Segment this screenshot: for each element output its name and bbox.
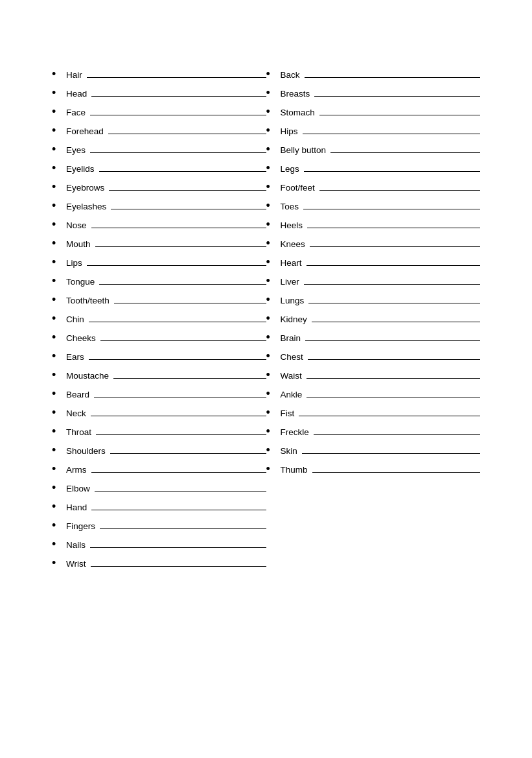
bullet-icon: • xyxy=(52,162,64,174)
underline xyxy=(91,218,266,228)
underline xyxy=(319,180,480,191)
item-label: Nose xyxy=(66,220,87,230)
item-label: Legs xyxy=(281,164,299,174)
bullet-icon: • xyxy=(266,68,278,80)
list-item: •Kidney xyxy=(266,312,481,324)
bullet-icon: • xyxy=(52,275,64,287)
underline xyxy=(100,331,266,341)
bullet-icon: • xyxy=(52,444,64,456)
underline xyxy=(330,143,480,153)
bullet-icon: • xyxy=(52,331,64,343)
bullet-icon: • xyxy=(266,237,278,249)
bullet-icon: • xyxy=(266,388,278,399)
underline xyxy=(90,105,266,115)
bullet-icon: • xyxy=(52,463,64,475)
list-item: •Nose xyxy=(52,218,266,230)
bullet-icon: • xyxy=(266,219,278,230)
item-label: Foot/feet xyxy=(281,183,315,193)
underline xyxy=(91,556,266,567)
list-item: •Eyelashes xyxy=(52,199,266,211)
list-item: •Chest xyxy=(266,349,481,362)
list-item: •Lips xyxy=(52,255,266,268)
bullet-icon: • xyxy=(266,124,278,136)
bullet-icon: • xyxy=(266,407,278,418)
list-item: •Back xyxy=(266,67,481,80)
list-item: •Fist xyxy=(266,406,481,418)
bullet-icon: • xyxy=(52,369,64,381)
item-label: Waist xyxy=(281,371,302,381)
bullet-icon: • xyxy=(52,538,64,550)
bullet-icon: • xyxy=(52,350,64,362)
list-item: •Knees xyxy=(266,237,481,249)
underline xyxy=(312,462,480,473)
underline xyxy=(91,500,266,510)
item-label: Tooth/teeth xyxy=(66,296,110,305)
underline xyxy=(305,331,480,341)
item-label: Elbow xyxy=(66,484,90,493)
right-column: •Back•Breasts•Stomach•Hips•Belly button•… xyxy=(266,67,481,575)
bullet-icon: • xyxy=(266,444,278,456)
underline xyxy=(95,237,266,247)
underline xyxy=(303,124,480,134)
item-label: Heart xyxy=(281,258,302,268)
list-item: •Ankle xyxy=(266,387,481,399)
list-item: •Eyelids xyxy=(52,161,266,174)
bullet-icon: • xyxy=(266,87,278,99)
bullet-icon: • xyxy=(52,200,64,211)
bullet-icon: • xyxy=(52,143,64,155)
bullet-icon: • xyxy=(52,294,64,305)
bullet-icon: • xyxy=(52,407,64,418)
item-label: Hair xyxy=(66,70,82,80)
underline xyxy=(91,406,266,416)
list-item: •Cheeks xyxy=(52,331,266,343)
list-item: •Legs xyxy=(266,161,481,174)
underline xyxy=(310,237,480,247)
underline xyxy=(94,387,266,397)
list-item: •Mouth xyxy=(52,237,266,249)
bullet-icon: • xyxy=(266,200,278,211)
list-item: •Breasts xyxy=(266,86,481,99)
item-label: Wrist xyxy=(66,559,86,569)
list-item: •Chin xyxy=(52,312,266,324)
item-label: Freckle xyxy=(281,427,309,437)
underline xyxy=(319,105,480,115)
bullet-icon: • xyxy=(52,482,64,493)
list-item: •Tongue xyxy=(52,274,266,287)
item-label: Throat xyxy=(66,427,91,437)
bullet-icon: • xyxy=(266,181,278,193)
underline xyxy=(308,293,480,303)
underline xyxy=(314,425,480,435)
underline xyxy=(109,180,266,191)
list-item: •Moustache xyxy=(52,368,266,381)
bullet-icon: • xyxy=(266,313,278,324)
item-label: Hand xyxy=(66,503,87,512)
underline xyxy=(306,255,480,266)
bullet-icon: • xyxy=(52,237,64,249)
item-label: Mouth xyxy=(66,239,91,249)
underline xyxy=(303,199,480,209)
bullet-icon: • xyxy=(52,519,64,531)
list-item: •Lungs xyxy=(266,293,481,305)
item-label: Forehead xyxy=(66,126,104,136)
bullet-icon: • xyxy=(266,369,278,381)
bullet-icon: • xyxy=(52,557,64,569)
underline xyxy=(87,255,266,266)
item-label: Fist xyxy=(281,409,295,418)
underline xyxy=(113,368,266,379)
item-label: Skin xyxy=(281,446,297,456)
bullet-icon: • xyxy=(52,425,64,437)
list-item: •Thumb xyxy=(266,462,481,475)
item-label: Ankle xyxy=(281,390,303,399)
item-label: Kidney xyxy=(281,314,307,324)
item-label: Eyelids xyxy=(66,164,95,174)
list-item: •Stomach xyxy=(266,105,481,117)
item-label: Tongue xyxy=(66,277,95,287)
item-label: Brain xyxy=(281,333,301,343)
item-label: Head xyxy=(66,89,87,99)
bullet-icon: • xyxy=(266,106,278,117)
bullet-icon: • xyxy=(52,124,64,136)
bullet-icon: • xyxy=(266,425,278,437)
bullet-icon: • xyxy=(52,87,64,99)
item-label: Cheeks xyxy=(66,333,96,343)
underline xyxy=(90,538,266,548)
